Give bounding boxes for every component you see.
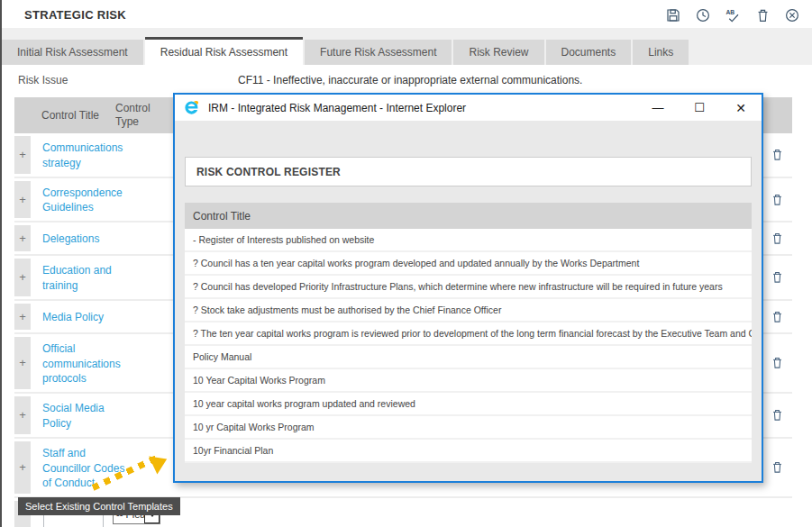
trash-icon [771,269,784,285]
delete-row-button[interactable] [762,223,792,254]
delete-row-button[interactable] [762,133,792,177]
control-link[interactable]: Correspondence Guidelines [42,178,136,222]
control-template-list: Control Title - Register of Interests pu… [185,203,752,463]
risk-control-register-dialog: IRM - Integrated Risk Management - Inter… [173,93,763,483]
expand-row-button[interactable]: + [14,225,31,251]
dialog-titlebar[interactable]: IRM - Integrated Risk Management - Inter… [175,95,762,121]
delete-row-button[interactable] [762,256,792,299]
trash-icon [771,147,784,162]
spellcheck-button[interactable]: AB [724,6,742,24]
expand-row-button[interactable]: + [14,441,31,494]
tab-strip: Initial Risk Assessment Residual Risk As… [2,28,812,65]
delete-row-button[interactable] [762,178,792,222]
trash-icon [771,231,784,246]
register-heading: RISK CONTROL REGISTER [185,157,752,186]
list-item[interactable]: Policy Manual [185,346,752,369]
delete-row-button[interactable] [762,301,792,332]
internet-explorer-icon [183,99,200,116]
expand-row-button[interactable]: + [14,181,31,219]
trash-icon [771,407,784,423]
close-record-button[interactable] [783,6,801,24]
trash-icon [771,309,784,324]
control-link[interactable]: Media Policy [42,301,136,332]
column-header-control-title: Control Title [41,109,115,122]
list-column-header: Control Title [185,203,752,229]
expand-row-button[interactable]: + [14,304,31,330]
list-item[interactable]: 10 year capital works program updated an… [185,393,752,416]
trash-icon [771,355,784,370]
control-link[interactable]: Social Media Policy [42,394,136,437]
control-link[interactable]: Communications strategy [42,133,136,177]
tab-label: Initial Risk Assessment [17,46,128,59]
tab-documents[interactable]: Documents [546,40,632,65]
list-item[interactable]: 10 yr Capital Works Program [185,416,752,440]
list-item[interactable]: 10 Year Capital Works Program [185,369,752,393]
tab-label: Documents [561,46,616,59]
expand-row-button[interactable]: + [14,396,31,434]
tabs: Initial Risk Assessment Residual Risk As… [2,37,690,65]
delete-row-button[interactable] [762,439,792,496]
control-link[interactable]: Delegations [42,223,136,254]
risk-issue-label: Risk Issue [18,74,68,86]
tab-future-risk-assessment[interactable]: Future Risk Assessment [305,40,452,65]
list-item[interactable]: - Register of Interests published on web… [185,229,752,252]
control-link[interactable]: Official communications protocols [42,334,136,392]
close-circle-icon [784,7,800,23]
list-item[interactable]: ? Council has developed Priority Infrast… [185,276,752,299]
expand-row-button[interactable]: + [14,259,31,296]
tab-initial-risk-assessment[interactable]: Initial Risk Assessment [2,40,143,65]
save-icon [665,7,681,23]
tab-label: Future Risk Assessment [320,46,436,59]
close-button[interactable]: ✕ [720,95,762,121]
minimize-button[interactable]: — [637,95,679,121]
header-toolbar: AB [664,6,801,24]
tooltip-select-existing-control-templates: Select Existing Control Templates [18,497,180,515]
tab-residual-risk-assessment[interactable]: Residual Risk Assessment [145,37,303,65]
delete-row-button[interactable] [762,334,792,392]
expand-row-button[interactable]: + [14,337,31,389]
tab-label: Risk Review [469,46,528,59]
tab-links[interactable]: Links [633,40,689,65]
control-link[interactable]: Education and training [42,256,136,299]
dialog-title: IRM - Integrated Risk Management - Inter… [208,102,466,114]
tab-label: Residual Risk Assessment [160,46,287,59]
delete-button[interactable] [753,6,771,24]
trash-icon [755,7,771,23]
expand-row-button[interactable]: + [14,136,31,174]
list-item[interactable]: ? Council has a ten year capital works p… [185,252,752,276]
tab-risk-review[interactable]: Risk Review [453,40,543,65]
history-button[interactable] [694,6,712,24]
trash-icon [771,459,784,475]
svg-text:AB: AB [726,9,735,15]
list-item[interactable]: ? The ten year capital works program is … [185,323,752,346]
window-controls: — ☐ ✕ [637,95,762,121]
save-button[interactable] [664,6,682,24]
tab-label: Links [648,46,673,59]
risk-issue-value: CF11 - Ineffective, inaccurate or inappr… [238,74,582,86]
delete-row-button[interactable] [762,394,792,437]
spellcheck-icon: AB [724,7,742,23]
strategic-risk-page: STRATEGIC RISK AB [0,0,812,527]
control-link[interactable]: Staff and Councillor Codes of Conduct [42,439,136,496]
list-item[interactable]: 10yr Financial Plan [185,440,752,463]
column-header-control-type: Control Type [115,102,171,129]
trash-icon [771,192,784,207]
maximize-button[interactable]: ☐ [679,95,720,121]
page-title: STRATEGIC RISK [24,8,126,22]
list-item[interactable]: ? Stock take adjustments must be authori… [185,299,752,323]
clock-icon [695,7,711,23]
